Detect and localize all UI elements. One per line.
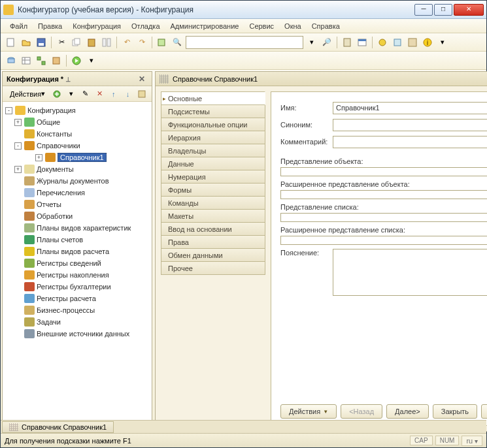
- synonym-field[interactable]: [333, 119, 487, 131]
- comment-field[interactable]: [333, 136, 487, 148]
- new-icon[interactable]: [5, 36, 18, 49]
- expander-icon[interactable]: +: [14, 119, 22, 126]
- compare-icon[interactable]: [100, 36, 113, 49]
- editor-tab[interactable]: Обмен данными: [161, 248, 265, 262]
- actions-button[interactable]: Действия▼: [280, 404, 337, 419]
- run-icon[interactable]: [70, 54, 83, 67]
- window-tab[interactable]: Справочник Справочник1: [2, 421, 114, 433]
- tree-item[interactable]: Планы видов расчета: [4, 246, 150, 257]
- config-tree[interactable]: -Конфигурация+ОбщиеКонстанты-Справочники…: [3, 102, 152, 431]
- menu-help[interactable]: Справка: [307, 21, 345, 31]
- props-icon[interactable]: [391, 36, 404, 49]
- tree-item[interactable]: Перечисления: [4, 187, 150, 199]
- open-icon[interactable]: [20, 36, 33, 49]
- search-dd-icon[interactable]: ▾: [305, 36, 318, 49]
- tree-item[interactable]: Регистры бухгалтерии: [4, 281, 150, 293]
- pin-icon[interactable]: ⟂: [63, 75, 73, 83]
- editor-tab[interactable]: Нумерация: [161, 170, 265, 184]
- next-button[interactable]: Далее>: [386, 404, 429, 419]
- tree-item[interactable]: +Документы: [4, 163, 150, 175]
- list-repr-field[interactable]: [280, 213, 487, 222]
- grip-icon[interactable]: [160, 74, 169, 84]
- minimize-button[interactable]: ─: [414, 4, 433, 16]
- search-icon[interactable]: 🔍: [171, 36, 184, 49]
- expander-icon[interactable]: +: [35, 154, 42, 161]
- maximize-button[interactable]: □: [434, 4, 452, 16]
- editor-tab[interactable]: Команды: [161, 196, 265, 210]
- menu-windows[interactable]: Окна: [279, 21, 307, 31]
- table-icon[interactable]: [20, 54, 33, 67]
- editor-tab[interactable]: Макеты: [161, 209, 265, 223]
- tree-item[interactable]: Отчеты: [4, 199, 150, 210]
- syntax-icon[interactable]: [376, 36, 389, 49]
- editor-tab[interactable]: Ввод на основании: [161, 222, 265, 236]
- editor-tab[interactable]: Подсистемы: [161, 104, 265, 118]
- titlebar[interactable]: Конфигуратор (учебная версия) - Конфигур…: [1, 1, 486, 19]
- ext-list-repr-field[interactable]: [280, 236, 487, 245]
- editor-tab[interactable]: Данные: [161, 157, 265, 170]
- tree-item[interactable]: Регистры расчета: [4, 293, 150, 304]
- copy-icon[interactable]: [70, 36, 83, 49]
- search-input[interactable]: [186, 36, 303, 49]
- tree-item[interactable]: -Справочники: [4, 140, 150, 152]
- tree2-icon[interactable]: [35, 54, 48, 67]
- help-dd-icon[interactable]: ▾: [436, 36, 449, 49]
- expander-icon[interactable]: -: [14, 142, 22, 150]
- help-button[interactable]: Справка: [481, 404, 487, 419]
- close-button[interactable]: ✕: [454, 4, 484, 16]
- editor-tab[interactable]: Прочее: [161, 261, 265, 275]
- tree-item[interactable]: Бизнес-процессы: [4, 304, 150, 316]
- name-field[interactable]: [333, 102, 487, 114]
- tree-icon[interactable]: [406, 36, 419, 49]
- editor-tab[interactable]: Функциональные опции: [161, 118, 265, 131]
- actions-dropdown[interactable]: Действия ▾: [7, 88, 48, 100]
- add-icon[interactable]: [51, 88, 63, 101]
- expander-icon[interactable]: -: [5, 107, 12, 114]
- menu-service[interactable]: Сервис: [244, 21, 279, 31]
- menu-config[interactable]: Конфигурация: [67, 21, 126, 31]
- tree-item[interactable]: Регистры накопления: [4, 269, 150, 281]
- down-icon[interactable]: ↓: [122, 88, 134, 101]
- redo-icon[interactable]: ↷: [135, 36, 148, 49]
- editor-tab[interactable]: Права: [161, 235, 265, 249]
- ext-obj-repr-field[interactable]: [280, 190, 487, 199]
- save-icon[interactable]: [35, 36, 48, 49]
- tree-item[interactable]: Задачи: [4, 316, 150, 328]
- delete-icon[interactable]: ✕: [93, 88, 105, 101]
- obj-repr-field[interactable]: [280, 167, 487, 176]
- undo-icon[interactable]: ↶: [120, 36, 133, 49]
- object-editor-titlebar[interactable]: Справочник Справочник1 _ □ ✕: [156, 72, 487, 86]
- db-icon[interactable]: [5, 54, 18, 67]
- cut-icon[interactable]: ✂: [55, 36, 68, 49]
- paste-icon[interactable]: [85, 36, 98, 49]
- tree-item[interactable]: Планы видов характеристик: [4, 222, 150, 234]
- data-icon[interactable]: [50, 54, 63, 67]
- tree-item[interactable]: Внешние источники данных: [4, 328, 150, 340]
- status-lang[interactable]: ru ▾: [462, 436, 482, 446]
- find-config-icon[interactable]: [156, 36, 169, 49]
- help-icon[interactable]: i: [421, 36, 434, 49]
- tree-item[interactable]: Планы счетов: [4, 234, 150, 246]
- run-dd-icon[interactable]: ▾: [85, 54, 98, 67]
- add-dd-icon[interactable]: ▾: [65, 88, 77, 101]
- menu-debug[interactable]: Отладка: [126, 21, 165, 31]
- sort-icon[interactable]: [136, 88, 148, 101]
- search-go-icon[interactable]: 🔎: [320, 36, 333, 49]
- editor-tab[interactable]: Иерархия: [161, 131, 265, 144]
- up-icon[interactable]: ↑: [108, 88, 120, 101]
- back-button[interactable]: <Назад: [341, 404, 382, 419]
- panel-close-icon[interactable]: ✕: [136, 74, 148, 84]
- menu-file[interactable]: Файл: [5, 21, 33, 31]
- tree-item[interactable]: Журналы документов: [4, 175, 150, 187]
- menu-edit[interactable]: Правка: [33, 21, 67, 31]
- edit-icon[interactable]: ✎: [80, 88, 92, 101]
- tree-item[interactable]: +Справочник1: [4, 152, 150, 163]
- editor-tab[interactable]: Основные: [161, 91, 265, 105]
- tree-item[interactable]: Константы: [4, 128, 150, 140]
- tree-item[interactable]: +Общие: [4, 116, 150, 128]
- menu-admin[interactable]: Администрирование: [165, 21, 244, 31]
- tree-item[interactable]: Обработки: [4, 210, 150, 222]
- editor-tab[interactable]: Владельцы: [161, 144, 265, 157]
- editor-tab[interactable]: Формы: [161, 183, 265, 197]
- explanation-field[interactable]: [333, 249, 487, 296]
